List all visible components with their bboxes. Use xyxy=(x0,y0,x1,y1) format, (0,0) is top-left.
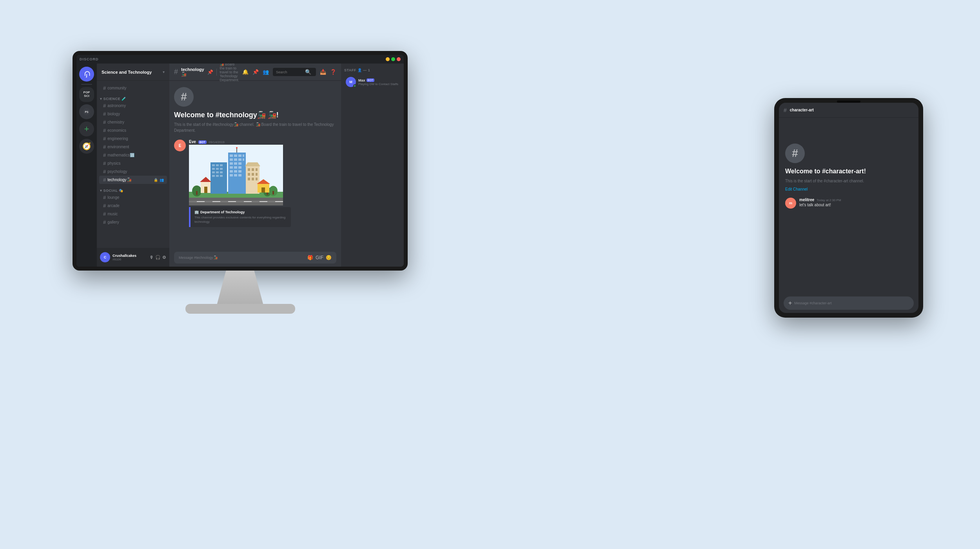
chat-input[interactable]: Message #technology🚂 🎁 GIF 😊 xyxy=(174,252,336,264)
gif-icon[interactable]: GIF xyxy=(316,255,323,260)
tablet-input-placeholder: Message #character-art xyxy=(794,301,909,305)
maximize-button[interactable] xyxy=(391,57,395,61)
channel-item-astronomy[interactable]: # astronomy xyxy=(99,102,167,110)
inbox-icon[interactable]: 📥 xyxy=(320,69,326,75)
svg-rect-26 xyxy=(230,170,233,173)
channel-sidebar: Science and Technology ▾ # community ▾ S… xyxy=(97,64,169,267)
svg-rect-61 xyxy=(261,187,265,193)
svg-rect-52 xyxy=(248,178,250,180)
tablet-edit-channel-button[interactable]: Edit Channel xyxy=(785,187,912,191)
server-home-icon[interactable] xyxy=(79,67,94,82)
close-button[interactable] xyxy=(397,57,401,61)
channel-item-economics[interactable]: # economics xyxy=(99,126,167,135)
svg-rect-9 xyxy=(272,191,274,195)
microphone-icon[interactable]: 🎙 xyxy=(149,255,154,260)
member-info-max: Max BOT Playing DM to Contact Staffs xyxy=(358,78,399,86)
hash-icon: # xyxy=(103,177,106,183)
tablet-add-icon[interactable]: + xyxy=(788,300,792,307)
channel-item-music[interactable]: # music xyxy=(99,210,167,218)
discord-label: DISCORD xyxy=(80,57,99,61)
minimize-button[interactable] xyxy=(386,57,390,61)
tablet-welcome-icon: # xyxy=(785,144,805,163)
channel-item-physics[interactable]: # physics xyxy=(99,159,167,167)
titlebar: DISCORD xyxy=(76,55,404,64)
channel-item-biology[interactable]: # biology xyxy=(99,110,167,118)
svg-rect-42 xyxy=(212,175,215,177)
chat-header: # technology🚂 📌 🚂 Board the train to tra… xyxy=(169,64,341,81)
svg-rect-36 xyxy=(212,168,215,170)
channel-item-mathematics[interactable]: # mathematics🔢 xyxy=(99,151,167,159)
hash-icon: # xyxy=(103,195,106,200)
server-divider xyxy=(81,84,92,85)
hash-icon: # xyxy=(103,160,106,166)
channel-name: technology🚂 xyxy=(107,178,152,182)
svg-rect-54 xyxy=(256,178,258,180)
tablet-camera xyxy=(837,100,860,103)
tablet-input-area: + Message #character-art xyxy=(779,293,918,313)
member-avatar-max: M xyxy=(346,77,356,87)
svg-rect-41 xyxy=(220,171,223,173)
message-header: Eve BOT 09/14/2019 xyxy=(189,140,336,144)
pin-header-icon[interactable]: 📌 xyxy=(252,69,259,75)
server-name-header[interactable]: Science and Technology ▾ xyxy=(97,64,169,81)
channel-item-lounge[interactable]: # lounge xyxy=(99,193,167,202)
channel-item-gallery[interactable]: # gallery xyxy=(99,218,167,226)
svg-rect-14 xyxy=(238,155,241,157)
discord-app: POPSCI PS + 🧭 Science and Technology ▾ # xyxy=(76,64,404,267)
channel-list: # community ▾ SCIENCE 🧪 # astronomy # xyxy=(97,81,169,248)
user-area: C Crushallcakes #8106 🎙 🎧 ⚙ xyxy=(97,248,169,267)
members-list-icon[interactable]: 👥 xyxy=(263,69,269,75)
svg-rect-69 xyxy=(275,201,283,202)
hash-icon: # xyxy=(103,152,106,158)
channel-item-arcade[interactable]: # arcade xyxy=(99,202,167,210)
tablet-message-avatar: m xyxy=(785,198,796,209)
svg-rect-21 xyxy=(234,162,237,165)
bot-badge: BOT xyxy=(198,140,207,144)
channel-item-environment[interactable]: # environment xyxy=(99,143,167,151)
channel-item-community[interactable]: # community xyxy=(99,84,167,92)
search-input[interactable] xyxy=(276,70,303,74)
headphones-icon[interactable]: 🎧 xyxy=(155,255,161,260)
svg-rect-30 xyxy=(234,174,237,176)
emoji-icon[interactable]: 😊 xyxy=(326,255,332,260)
svg-rect-67 xyxy=(244,201,252,202)
channel-item-technology[interactable]: # technology🚂 🔒 👥 xyxy=(99,176,167,184)
bell-icon[interactable]: 🔔 xyxy=(242,69,249,75)
gift-icon[interactable]: 🎁 xyxy=(307,255,313,260)
welcome-title: Welcome to #technology🚂 🚂! xyxy=(174,111,336,119)
settings-icon[interactable]: ⚙ xyxy=(162,255,166,260)
server-popsci-icon[interactable]: POPSCI xyxy=(79,87,94,102)
channel-item-engineering[interactable]: # engineering xyxy=(99,135,167,143)
help-icon[interactable]: ❓ xyxy=(330,69,336,75)
svg-rect-18 xyxy=(238,158,241,161)
add-server-button[interactable]: + xyxy=(79,122,94,136)
svg-rect-19 xyxy=(243,158,244,161)
svg-rect-38 xyxy=(220,168,223,170)
search-bar[interactable]: 🔍 xyxy=(273,68,316,76)
bot-badge: BOT xyxy=(367,78,374,82)
server-ps-icon[interactable]: PS xyxy=(79,104,94,119)
channel-item-chemistry[interactable]: # chemistry xyxy=(99,118,167,126)
welcome-section: # Welcome to #technology🚂 🚂! This is the… xyxy=(174,87,336,133)
pin-icon: 📌 xyxy=(207,69,213,75)
chat-messages: # Welcome to #technology🚂 🚂! This is the… xyxy=(169,81,341,249)
tablet-screen: # character-art # Welcome to #character-… xyxy=(779,103,918,313)
username: Crushallcakes xyxy=(113,254,147,258)
tablet-chat-input[interactable]: + Message #character-art xyxy=(784,296,914,310)
svg-rect-49 xyxy=(248,173,250,176)
tablet-message-content: melitree Today at 2:30 PM let's talk abo… xyxy=(799,198,841,209)
svg-rect-34 xyxy=(216,164,219,166)
tablet-messages: # Welcome to #character-art! This is the… xyxy=(779,118,918,293)
channel-item-psychology[interactable]: # psychology xyxy=(99,167,167,176)
category-social[interactable]: ▾ SOCIAL 🎭 xyxy=(97,184,169,193)
titlebar-controls xyxy=(386,57,401,61)
channel-name: engineering xyxy=(107,136,164,141)
hash-icon: # xyxy=(103,144,106,150)
tablet: # character-art # Welcome to #character-… xyxy=(774,98,923,318)
hash-icon: # xyxy=(103,119,106,125)
member-item-max[interactable]: M Max BOT Playing DM to Contact Staffs xyxy=(344,75,401,89)
explore-icon[interactable]: 🧭 xyxy=(79,139,94,154)
category-science[interactable]: ▾ SCIENCE 🧪 xyxy=(97,92,169,102)
channel-name: environment xyxy=(107,145,164,149)
tablet-message-header: melitree Today at 2:30 PM xyxy=(799,198,841,202)
